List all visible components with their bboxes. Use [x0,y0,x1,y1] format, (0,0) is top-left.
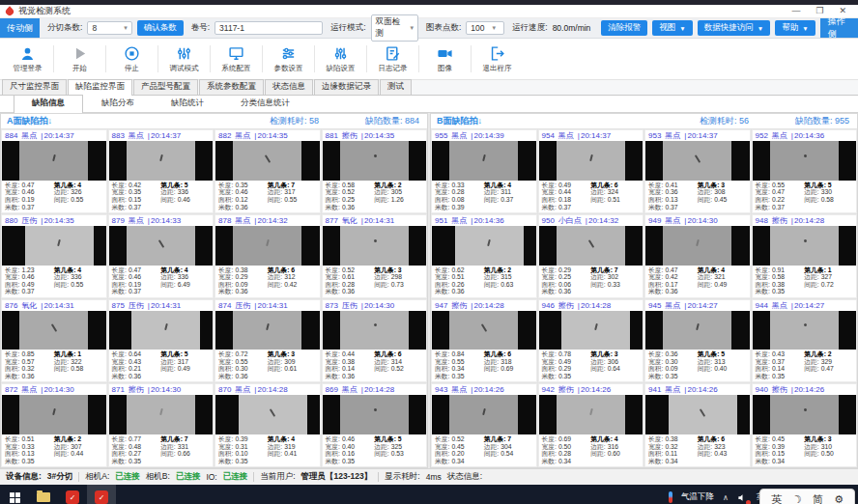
defect-cell[interactable]: 949 黑点 20:14:30 长度: 0.47 宽度: 0.42 面积: 0.… [644,214,751,298]
exit-program-button[interactable]: 退出程序 [472,39,523,79]
hidden-icons-chevron[interactable]: ∧ [723,493,729,502]
defect-image[interactable] [323,226,427,266]
volume-button[interactable] [737,492,748,503]
defect-image[interactable] [645,395,750,434]
roll-number-input[interactable]: 3117-1 [214,21,323,35]
defect-cell[interactable]: 884 黑点 20:14:37 长度: 0.47 宽度: 0.46 面积: 0.… [1,129,107,213]
param-settings-button[interactable]: 参数设置 [263,39,314,79]
defect-cell[interactable]: 946 擦伤 20:14:28 长度: 0.78 宽度: 0.49 面积: 0.… [538,299,644,383]
system-config-button[interactable]: 系统配置 [211,39,262,79]
defect-image[interactable] [323,311,427,350]
defect-image[interactable] [432,395,536,434]
defect-cell[interactable]: 941 黑点 20:14:26 长度: 0.38 宽度: 0.32 面积: 0.… [644,383,751,467]
tab-defect-monitor[interactable]: 缺陷监控界面 [68,79,132,96]
start-button[interactable] [0,485,29,504]
defect-image[interactable] [432,311,536,350]
defect-cell[interactable]: 875 压伤 20:14:31 长度: 0.64 宽度: 0.43 面积: 0.… [108,299,214,383]
confirm-count-button[interactable]: 确认条数 [137,20,184,36]
stop-button[interactable]: 停止 [106,39,157,79]
defect-cell[interactable]: 943 黑点 20:14:26 长度: 0.52 宽度: 0.45 面积: 0.… [431,383,537,467]
defect-cell[interactable]: 883 黑点 20:14:37 长度: 0.42 宽度: 0.35 面积: 0.… [108,129,214,213]
defect-image[interactable] [753,311,857,350]
defect-cell[interactable]: 876 氧化 20:14:31 长度: 0.85 宽度: 0.57 面积: 0.… [1,299,107,383]
image-button[interactable]: 图像 [419,39,471,79]
defect-image[interactable] [753,226,857,266]
subtab-defect-distribution[interactable]: 缺陷分布 [83,95,153,112]
minimize-icon[interactable]: — [791,7,800,15]
log-record-button[interactable]: 日志记录 [367,39,418,79]
defect-cell[interactable]: 873 压伤 20:14:30 长度: 0.44 宽度: 0.38 面积: 0.… [322,299,428,383]
defect-cell[interactable]: 882 黑点 20:14:35 长度: 0.35 宽度: 0.46 面积: 0.… [214,129,321,213]
close-icon[interactable]: ✕ [839,7,846,15]
defect-cell[interactable]: 874 压伤 20:14:31 长度: 0.72 宽度: 0.55 面积: 0.… [214,299,321,383]
defect-cell[interactable]: 950 小白点 20:14:32 长度: 0.29 宽度: 0.25 面积: 0… [538,214,644,298]
help-menu-button[interactable]: 帮助▼ [775,20,815,36]
defect-cell[interactable]: 880 压伤 20:14:35 长度: 1.23 宽度: 0.46 面积: 0.… [1,214,107,298]
defect-cell[interactable]: 945 黑点 20:14:27 长度: 0.36 宽度: 0.30 面积: 0.… [644,299,751,383]
defect-image[interactable] [323,395,427,434]
file-explorer-button[interactable] [29,485,58,504]
tab-test[interactable]: 测试 [380,79,412,95]
subtab-defect-statistics[interactable]: 缺陷统计 [153,95,222,112]
defect-image[interactable] [539,395,644,434]
defect-cell[interactable]: 952 黑点 20:14:36 长度: 0.55 宽度: 0.47 面积: 0.… [752,129,858,213]
defect-cell[interactable]: 947 擦伤 20:14:28 长度: 0.84 宽度: 0.55 面积: 0.… [431,299,537,383]
moon-icon[interactable]: ☽ [791,492,804,504]
defect-image[interactable] [645,311,750,350]
defect-image[interactable] [539,311,644,350]
defect-cell[interactable]: 869 黑点 20:14:28 长度: 0.46 宽度: 0.40 面积: 0.… [322,383,428,467]
defect-image[interactable] [2,141,106,181]
defect-cell[interactable]: 940 擦伤 20:14:26 长度: 0.45 宽度: 0.39 面积: 0.… [752,383,858,467]
defect-cell[interactable]: 881 擦伤 20:14:35 长度: 0.58 宽度: 0.52 面积: 0.… [322,129,428,213]
defect-cell[interactable]: 870 黑点 20:14:28 长度: 0.39 宽度: 0.31 面积: 0.… [214,383,321,467]
defect-image[interactable] [2,226,106,266]
defect-cell[interactable]: 951 黑点 20:14:36 长度: 0.62 宽度: 0.51 面积: 0.… [431,214,537,298]
defect-image[interactable] [215,311,320,350]
gear-icon[interactable]: ⚙ [834,494,844,504]
defect-cell[interactable]: 948 擦伤 20:14:28 长度: 0.91 宽度: 0.58 面积: 0.… [752,214,858,298]
defect-cell[interactable]: 944 黑点 20:14:27 长度: 0.43 宽度: 0.37 面积: 0.… [752,299,858,383]
defect-image[interactable] [109,311,214,350]
tab-edge-data-record[interactable]: 边缘数据记录 [314,79,379,95]
subtab-class-info-statistics[interactable]: 分类信息统计 [222,95,308,112]
defect-image[interactable] [2,311,106,350]
defect-image[interactable] [109,395,214,434]
maximize-icon[interactable]: ❐ [815,7,823,15]
slit-count-select[interactable]: 8 ▾ [87,21,131,35]
defect-cell[interactable]: 877 氧化 20:14:31 长度: 0.52 宽度: 0.61 面积: 0.… [322,214,428,298]
defect-image[interactable] [753,395,857,434]
defect-image[interactable] [432,226,536,266]
debug-mode-button[interactable]: 调试模式 [158,39,210,79]
clear-alarm-button[interactable]: 清除报警 [601,20,647,36]
defect-image[interactable] [539,226,644,266]
admin-login-button[interactable]: 管理登录 [2,39,53,79]
defect-cell[interactable]: 954 黑点 20:14:37 长度: 0.49 宽度: 0.44 面积: 0.… [538,129,644,213]
defect-image[interactable] [215,395,320,434]
defect-image[interactable] [753,141,857,181]
defect-image[interactable] [323,141,427,181]
defect-image[interactable] [215,226,320,266]
defect-settings-button[interactable]: 缺陷设置 [315,39,366,79]
weather-text[interactable]: 气温下降 [681,491,714,503]
view-menu-button[interactable]: 视图▼ [652,20,692,36]
tab-product-model-config[interactable]: 产品型号配置 [133,79,198,95]
tab-system-param-config[interactable]: 系统参数配置 [199,79,264,95]
quick-access-menu-button[interactable]: 数据快捷访问▼ [698,20,770,36]
app-running-button[interactable]: ✓ [87,485,116,504]
defect-image[interactable] [2,395,106,434]
lang-english-button[interactable]: 英 [771,494,782,504]
chart-points-select[interactable]: 100 ▾ [466,21,504,35]
defect-cell[interactable]: 878 黑点 20:14:32 长度: 0.38 宽度: 0.29 面积: 0.… [214,214,321,298]
operate-side-button[interactable]: 操作侧 [820,18,858,38]
run-mode-select[interactable]: 双面检测 ▾ [371,14,418,42]
tab-size-monitor[interactable]: 尺寸监控界面 [2,79,67,95]
defect-cell[interactable]: 872 黑点 20:14:30 长度: 0.51 宽度: 0.33 面积: 0.… [1,383,107,467]
defect-cell[interactable]: 879 黑点 20:14:33 长度: 0.47 宽度: 0.46 面积: 0.… [108,214,214,298]
defect-image[interactable] [539,141,644,181]
start-button[interactable]: 开始 [54,39,105,79]
defect-image[interactable] [215,141,320,181]
defect-image[interactable] [432,141,536,181]
defect-image[interactable] [109,226,214,266]
defect-image[interactable] [645,141,750,181]
tab-status-info[interactable]: 状态信息 [265,79,313,95]
